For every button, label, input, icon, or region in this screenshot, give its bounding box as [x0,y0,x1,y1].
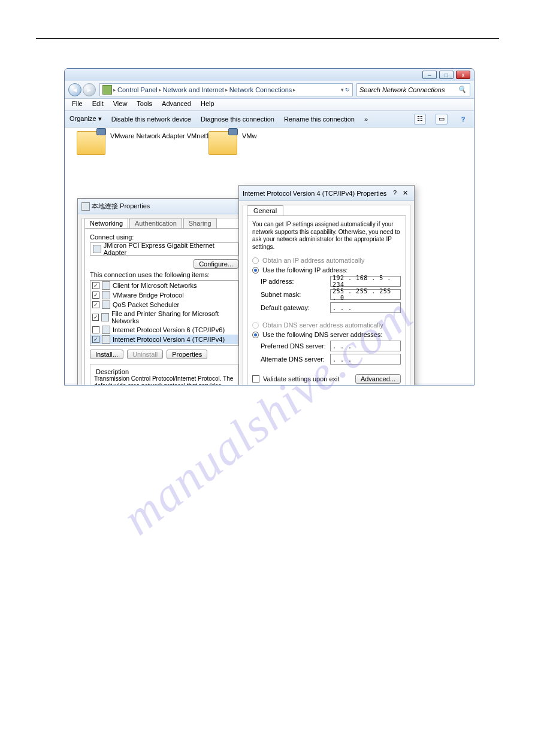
protocol-list[interactable]: Client for Microsoft Networks VMware Bri… [90,280,238,346]
subnet-mask-input[interactable]: 255 . 255 . 255 . 0 [330,289,401,300]
list-item[interactable]: QoS Packet Scheduler [113,301,179,308]
checkbox[interactable] [92,314,99,321]
chevron-right-icon: ▸ [159,87,162,93]
protocol-icon [102,326,110,334]
more-commands-button[interactable]: » [364,116,368,123]
preferred-dns-input[interactable]: . . . [330,341,401,351]
breadcrumb-item[interactable]: Network Connections [229,86,292,93]
checkbox[interactable] [92,326,99,333]
forward-button[interactable]: ► [83,83,96,96]
list-item[interactable]: File and Printer Sharing for Microsoft N… [111,310,236,324]
radio-auto-ip[interactable] [252,257,259,264]
install-button[interactable]: Install... [90,350,123,359]
maximize-button[interactable]: □ [439,71,454,79]
minimize-button[interactable]: – [422,71,437,79]
alternate-dns-label: Alternate DNS server: [261,356,325,363]
dropdown-chevron-icon[interactable]: ▾ [341,87,344,93]
connect-using-label: Connect using: [90,233,238,241]
help-icon[interactable]: ? [457,114,469,125]
alternate-dns-input[interactable]: . . . [330,354,401,365]
help-icon[interactable]: ? [393,189,397,197]
organize-button[interactable]: Organize ▾ [69,115,102,123]
breadcrumb-item[interactable]: Control Panel [117,86,158,93]
refresh-icon[interactable]: ↻ [345,87,350,93]
search-icon[interactable]: 🔍 [457,84,467,95]
menu-tools[interactable]: Tools [132,99,157,110]
search-placeholder: Search Network Connections [359,86,445,93]
breadcrumb[interactable]: ▸ Control Panel ▸ Network and Internet ▸… [99,83,353,96]
list-item[interactable]: Internet Protocol Version 6 (TCP/IPv6) [113,326,225,333]
description-group: Description Transmission Control Protoco… [90,364,238,385]
menu-advanced[interactable]: Advanced [157,99,196,110]
network-adapter-icon[interactable] [208,131,237,155]
properties-button[interactable]: Properties [167,350,207,359]
tab-sharing[interactable]: Sharing [183,218,217,228]
checkbox[interactable] [92,282,99,289]
chevron-right-icon: ▸ [225,87,228,93]
gateway-input[interactable]: . . . [330,302,401,313]
dialog-title: 本地连接 Properties [78,199,250,214]
menu-bar: File Edit View Tools Advanced Help [65,99,474,111]
radio-manual-dns[interactable] [252,332,259,338]
checkbox[interactable] [92,301,99,308]
list-item[interactable]: Internet Protocol Version 4 (TCP/IPv4) [113,336,225,343]
adapter-label[interactable]: VMw [242,132,256,139]
disable-device-button[interactable]: Disable this network device [111,116,191,123]
protocol-icon [102,281,110,290]
list-item[interactable]: VMware Bridge Protocol [113,292,184,299]
menu-edit[interactable]: Edit [87,99,108,110]
dialog-title: Internet Protocol Version 4 (TCP/IPv4) P… [239,186,414,201]
checkbox[interactable] [92,336,99,343]
close-button[interactable]: x [456,71,470,79]
adapter-field: JMicron PCI Express Gigabit Ethernet Ada… [90,242,238,256]
back-button[interactable]: ◄ [68,83,81,96]
command-bar: Organize ▾ Disable this network device D… [65,111,474,127]
subnet-mask-label: Subnet mask: [261,291,301,298]
view-options-icon[interactable]: ☷ [414,114,426,125]
dialog-title-text: 本地连接 Properties [92,202,150,211]
adapter-name: JMicron PCI Express Gigabit Ethernet Ada… [104,242,235,256]
radio-label: Obtain an IP address automatically [262,257,364,264]
menu-help[interactable]: Help [196,99,219,110]
ip-address-input[interactable]: 192 . 168 . 5 . 234 [330,276,401,287]
preview-pane-icon[interactable]: ▭ [436,114,448,125]
tab-page: Connect using: JMicron PCI Express Gigab… [84,228,244,385]
advanced-button[interactable]: Advanced... [355,374,401,384]
adapter-label[interactable]: VMware Network Adapter VMnet1 [110,132,210,139]
checkbox[interactable] [92,292,99,299]
radio-label: Use the following IP address: [262,266,347,274]
protocol-icon [102,335,110,344]
uninstall-button[interactable]: Uninstall [127,350,163,359]
description-label: Description [94,368,131,375]
explorer-window: – □ x ◄ ► ▸ Control Panel ▸ Network and … [64,68,474,385]
list-item[interactable]: Client for Microsoft Networks [113,282,197,289]
validate-label: Validate settings upon exit [263,375,340,382]
tab-networking[interactable]: Networking [84,218,128,228]
window-titlebar: – □ x [65,69,474,81]
tab-general[interactable]: General [247,205,283,215]
description-text: Transmission Control Protocol/Internet P… [94,375,234,385]
radio-manual-ip[interactable] [252,267,259,274]
close-icon[interactable]: ✕ [403,189,408,197]
list-item[interactable]: Link-Layer Topology Discovery Mapper I/O… [111,345,236,346]
ipv4-properties-dialog: Internet Protocol Version 4 (TCP/IPv4) P… [238,185,415,385]
diagnose-button[interactable]: Diagnose this connection [201,116,274,123]
tab-authentication[interactable]: Authentication [129,218,182,228]
intro-text: You can get IP settings assigned automat… [252,221,401,251]
ip-address-label: IP address: [261,278,294,285]
network-adapter-icon[interactable] [77,131,105,155]
configure-button[interactable]: Configure... [194,259,238,269]
breadcrumb-item[interactable]: Network and Internet [163,86,224,93]
menu-file[interactable]: File [67,99,87,110]
rename-button[interactable]: Rename this connection [284,116,355,123]
radio-auto-dns[interactable] [252,322,259,329]
control-panel-icon [102,85,112,95]
menu-view[interactable]: View [108,99,132,110]
chevron-right-icon: ▸ [293,87,296,93]
dialog-title-text: Internet Protocol Version 4 (TCP/IPv4) P… [243,190,386,197]
search-input[interactable]: Search Network Connections 🔍 [356,83,470,96]
navigation-bar: ◄ ► ▸ Control Panel ▸ Network and Intern… [65,81,474,99]
validate-checkbox[interactable] [252,375,259,382]
gateway-label: Default gateway: [261,304,310,311]
radio-label: Obtain DNS server address automatically [262,321,383,329]
